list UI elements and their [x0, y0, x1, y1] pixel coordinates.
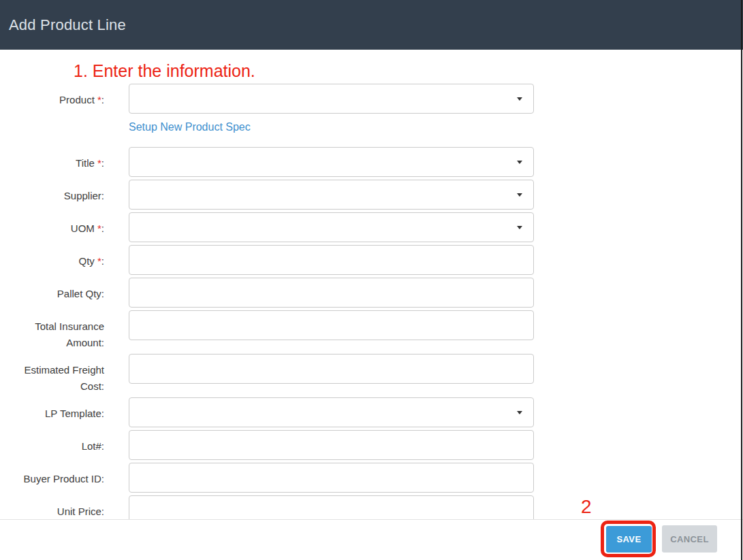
annotation-step-2: 2 — [581, 496, 592, 518]
field-label: Buyer Product ID: — [0, 463, 104, 487]
setup-new-product-spec-link[interactable]: Setup New Product Spec — [129, 121, 251, 133]
chevron-down-icon — [517, 226, 522, 229]
modal-body: 1. Enter the information. Product *: Set… — [0, 61, 743, 525]
field-label: Product *: — [0, 84, 104, 108]
form-row: Supplier: — [0, 180, 572, 210]
annotation-step-1: 1. Enter the information. — [74, 61, 743, 81]
form-row: Estimated Freight Cost: — [0, 354, 572, 395]
form-row: Total Insurance Amount: — [0, 310, 572, 351]
field-label: LP Template: — [0, 397, 104, 422]
form-row: Lot#: — [0, 430, 572, 460]
lp-template-dropdown[interactable] — [129, 397, 534, 427]
form-row: Buyer Product ID: — [0, 463, 572, 493]
pallet-qty-input[interactable] — [129, 278, 534, 308]
qty-input[interactable] — [129, 245, 534, 275]
form-row: Title *: — [0, 147, 572, 177]
screenshot-right-border — [741, 0, 742, 560]
field-label: Pallet Qty: — [0, 278, 104, 302]
field-label: Supplier: — [0, 180, 104, 204]
cancel-button[interactable]: CANCEL — [662, 525, 717, 553]
uom-dropdown[interactable] — [129, 212, 534, 242]
title-dropdown[interactable] — [129, 147, 534, 177]
add-product-line-modal: Add Product Line 1. Enter the informatio… — [0, 0, 743, 560]
lot-number-input[interactable] — [129, 430, 534, 460]
form-row: Qty *: — [0, 245, 572, 275]
field-label: Estimated Freight Cost: — [0, 354, 104, 395]
required-asterisk: * — [95, 94, 101, 105]
estimated-freight-cost-input[interactable] — [129, 354, 534, 384]
save-button[interactable]: SAVE — [606, 526, 652, 553]
required-asterisk: * — [95, 223, 101, 234]
field-label: Lot#: — [0, 430, 104, 455]
field-label: Unit Price: — [0, 495, 104, 520]
product-dropdown[interactable] — [129, 84, 534, 114]
chevron-down-icon — [517, 411, 522, 414]
field-label: Total Insurance Amount: — [0, 310, 104, 351]
total-insurance-amount-input[interactable] — [129, 310, 534, 340]
buyer-product-id-input[interactable] — [129, 463, 534, 493]
link-row: Setup New Product Spec — [129, 120, 572, 135]
field-label: UOM *: — [0, 212, 104, 237]
field-label: Qty *: — [0, 245, 104, 269]
product-form: Product *: Setup New Product Spec Title … — [0, 84, 572, 525]
required-asterisk: * — [95, 157, 101, 169]
form-row: Pallet Qty: — [0, 278, 572, 308]
form-row: UOM *: — [0, 212, 572, 242]
chevron-down-icon — [517, 193, 522, 197]
chevron-down-icon — [517, 97, 522, 101]
form-row: Product *: — [0, 84, 572, 114]
supplier-dropdown[interactable] — [129, 180, 534, 210]
required-asterisk: * — [95, 255, 101, 267]
modal-title: Add Product Line — [9, 16, 126, 34]
form-row: LP Template: — [0, 397, 572, 427]
modal-header: Add Product Line — [0, 0, 743, 50]
chevron-down-icon — [517, 161, 522, 164]
field-label: Title *: — [0, 147, 104, 171]
